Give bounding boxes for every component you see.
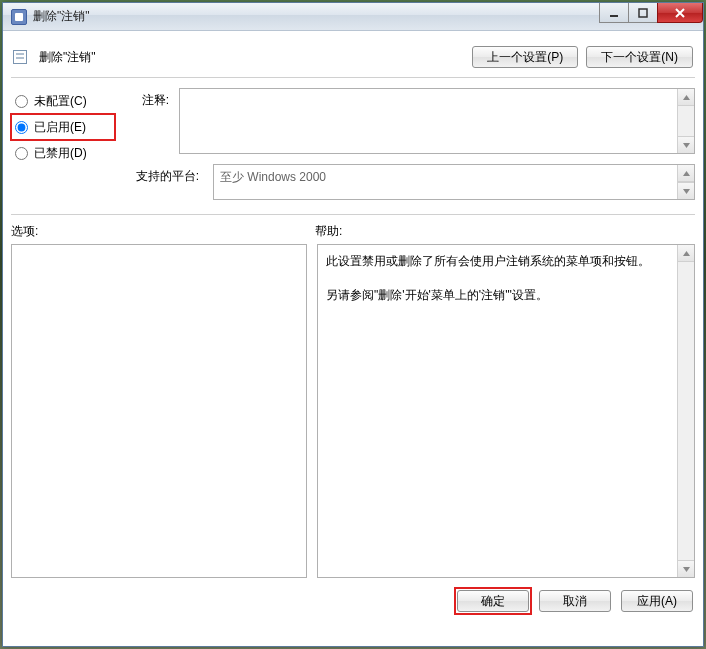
svg-rect-0 <box>610 15 618 17</box>
radio-disabled-input[interactable] <box>15 147 28 160</box>
help-pane: 此设置禁用或删除了所有会使用户注销系统的菜单项和按钮。 另请参阅"删除'开始'菜… <box>317 244 695 578</box>
radio-not-configured-input[interactable] <box>15 95 28 108</box>
help-line-2: 另请参阅"删除'开始'菜单上的'注销'"设置。 <box>326 285 669 305</box>
footer-buttons: 确定 取消 应用(A) <box>11 590 695 612</box>
scroll-up-icon[interactable] <box>678 89 694 106</box>
titlebar[interactable]: 删除"注销" <box>3 3 703 31</box>
supported-platform-text: 至少 Windows 2000 <box>214 165 677 199</box>
next-setting-button[interactable]: 下一个设置(N) <box>586 46 693 68</box>
close-button[interactable] <box>657 3 703 23</box>
dialog-window: 删除"注销" 删除"注销" 上一个设置(P) 下一个设置(N) <box>2 2 704 647</box>
radio-enabled[interactable]: 已启用(E) <box>11 114 115 140</box>
svg-rect-1 <box>639 9 647 17</box>
supported-label: 支持的平台: <box>129 164 199 185</box>
help-text: 此设置禁用或删除了所有会使用户注销系统的菜单项和按钮。 另请参阅"删除'开始'菜… <box>318 245 677 577</box>
window-buttons <box>600 3 703 23</box>
comment-textarea[interactable] <box>180 89 677 153</box>
comment-label: 注释: <box>129 88 169 154</box>
maximize-button[interactable] <box>628 3 658 23</box>
window-title: 删除"注销" <box>33 8 90 25</box>
header-row: 删除"注销" 上一个设置(P) 下一个设置(N) <box>11 37 695 77</box>
policy-title: 删除"注销" <box>39 49 96 66</box>
divider <box>11 214 695 215</box>
minimize-button[interactable] <box>599 3 629 23</box>
radio-not-configured-label: 未配置(C) <box>34 93 87 110</box>
scroll-down-icon[interactable] <box>678 182 694 199</box>
state-radio-group: 未配置(C) 已启用(E) 已禁用(D) <box>11 88 115 166</box>
help-line-1: 此设置禁用或删除了所有会使用户注销系统的菜单项和按钮。 <box>326 251 669 271</box>
radio-disabled-label: 已禁用(D) <box>34 145 87 162</box>
policy-app-icon <box>11 9 27 25</box>
help-scrollbar[interactable] <box>677 245 694 577</box>
platform-scrollbar[interactable] <box>677 165 694 199</box>
comment-field <box>179 88 695 154</box>
radio-enabled-label: 已启用(E) <box>34 119 86 136</box>
comment-scrollbar[interactable] <box>677 89 694 153</box>
ok-button[interactable]: 确定 <box>457 590 529 612</box>
help-label: 帮助: <box>315 223 695 240</box>
divider <box>11 77 695 78</box>
cancel-button[interactable]: 取消 <box>539 590 611 612</box>
radio-enabled-input[interactable] <box>15 121 28 134</box>
scroll-down-icon[interactable] <box>678 560 694 577</box>
options-label: 选项: <box>11 223 315 240</box>
scroll-up-icon[interactable] <box>678 165 694 182</box>
radio-not-configured[interactable]: 未配置(C) <box>11 88 115 114</box>
options-pane <box>11 244 307 578</box>
previous-setting-button[interactable]: 上一个设置(P) <box>472 46 578 68</box>
supported-platform-field: 至少 Windows 2000 <box>213 164 695 200</box>
scroll-up-icon[interactable] <box>678 245 694 262</box>
apply-button[interactable]: 应用(A) <box>621 590 693 612</box>
radio-disabled[interactable]: 已禁用(D) <box>11 140 115 166</box>
policy-icon <box>13 48 31 66</box>
client-area: 删除"注销" 上一个设置(P) 下一个设置(N) 未配置(C) 已启用(E) <box>11 37 695 638</box>
scroll-down-icon[interactable] <box>678 136 694 153</box>
